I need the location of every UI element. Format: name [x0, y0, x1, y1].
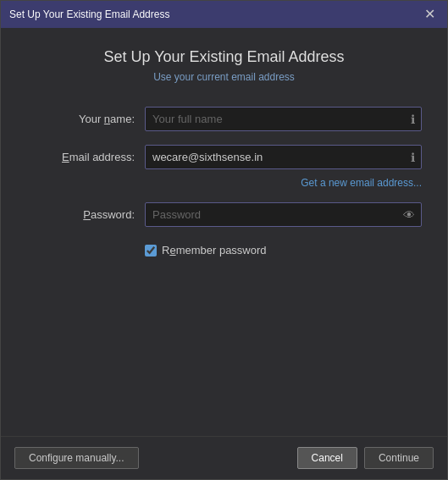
name-input[interactable]: [145, 107, 422, 131]
email-label: Email address:: [26, 151, 145, 163]
email-row: Email address: ℹ: [26, 145, 422, 169]
dialog: Set Up Your Existing Email Address ✕ Set…: [0, 0, 448, 480]
info-icon-name: ℹ: [411, 113, 415, 126]
password-row: Password: 👁: [26, 202, 422, 227]
cancel-button[interactable]: Cancel: [297, 447, 357, 469]
dialog-subtitle: Use your current email address: [26, 71, 422, 83]
password-input-wrapper: 👁: [145, 202, 422, 227]
continue-button[interactable]: Continue: [364, 447, 434, 469]
get-new-email-link[interactable]: Get a new email address...: [301, 177, 422, 189]
close-button[interactable]: ✕: [421, 6, 439, 23]
remember-password-checkbox[interactable]: [145, 245, 157, 257]
password-input[interactable]: [145, 202, 422, 227]
dialog-title: Set Up Your Existing Email Address: [26, 48, 422, 66]
remember-password-row: Remember password: [145, 244, 422, 257]
info-icon-email: ℹ: [411, 151, 415, 164]
title-bar: Set Up Your Existing Email Address ✕: [1, 1, 447, 28]
get-new-email-row: Get a new email address...: [145, 176, 422, 189]
remember-password-label: Remember password: [162, 244, 267, 257]
name-row: Your name: ℹ: [26, 107, 422, 131]
email-input[interactable]: [145, 145, 422, 169]
name-input-wrapper: ℹ: [145, 107, 422, 131]
dialog-body: Set Up Your Existing Email Address Use y…: [1, 28, 447, 436]
configure-manually-button[interactable]: Configure manually...: [14, 447, 139, 469]
title-bar-text: Set Up Your Existing Email Address: [9, 8, 169, 20]
email-input-wrapper: ℹ: [145, 145, 422, 169]
password-label: Password:: [26, 208, 145, 221]
name-label: Your name:: [26, 113, 145, 125]
dialog-footer: Configure manually... Cancel Continue: [1, 436, 447, 479]
eye-icon: 👁: [403, 208, 415, 222]
footer-left: Configure manually...: [14, 447, 139, 469]
